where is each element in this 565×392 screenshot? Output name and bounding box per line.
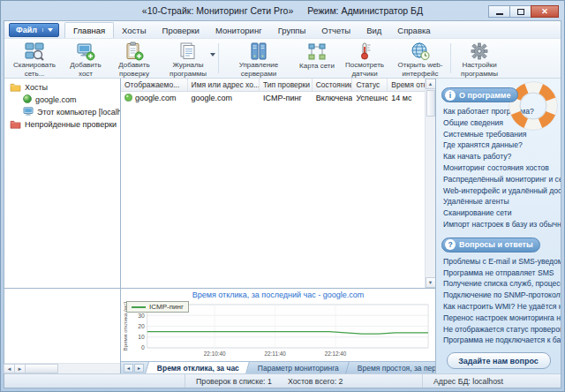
help-link[interactable]: Сканирование сети: [436, 207, 561, 219]
table-row[interactable]: google.com google.com ICMP-пинг Включена…: [121, 92, 425, 104]
tab-monitoring-parameter[interactable]: Параметр мониторинга: [245, 362, 351, 373]
faq-link[interactable]: Не отображается статус проверок у в...: [436, 324, 561, 335]
about-title: О программе: [459, 91, 511, 100]
chart-tabstrip: ◄ ► Время отклика, за час Параметр монит…: [121, 361, 435, 373]
tab-vid[interactable]: Вид: [358, 22, 389, 38]
scroll-down-icon[interactable]: ▼: [426, 277, 436, 288]
svg-text:30: 30: [138, 313, 145, 319]
column-host-address[interactable]: Имя или адрес хо...: [188, 79, 260, 91]
svg-text:0: 0: [141, 344, 145, 351]
help-link[interactable]: Импорт настроек в базу из обычной ...: [436, 219, 561, 230]
tab-otchety[interactable]: Отчеты: [313, 22, 358, 38]
add-check-button[interactable]: Добавить проверку: [109, 40, 160, 77]
faq-link[interactable]: Программа не подключается к базе ...: [436, 335, 561, 346]
db-address: Адрес БД: localhost: [423, 377, 561, 386]
tab-response-time[interactable]: Время отклика, за час: [145, 362, 252, 373]
scan-network-button[interactable]: Сканировать сеть...: [6, 40, 63, 77]
network-map-icon: [307, 41, 327, 62]
tab-hosty[interactable]: Хосты: [114, 22, 154, 38]
tab-glavnaya[interactable]: Главная: [64, 22, 114, 38]
tree-item-failed-checks[interactable]: Непройденные проверки: [4, 118, 120, 131]
minimize-button[interactable]: [488, 5, 510, 18]
faq-title: Вопросы и ответы: [459, 240, 533, 249]
tab-proverki[interactable]: Проверки: [154, 22, 207, 38]
chart-title: Время отклика, за последний час - google…: [121, 289, 435, 300]
tree-item-localhost[interactable]: Этот компьютер [localhost]: [4, 106, 120, 118]
legend-line: [132, 306, 146, 308]
settings-gear-icon: [470, 41, 489, 61]
window-controls: ✕: [489, 5, 559, 18]
faq-link[interactable]: Подключение по SNMP-протоколу: [436, 290, 561, 301]
host-sphere-icon: [124, 94, 132, 103]
column-response-time[interactable]: Время откл...: [388, 79, 425, 91]
file-menu-button[interactable]: Файл: [9, 23, 59, 37]
vertical-scrollbar[interactable]: ▲ ▼: [425, 79, 435, 288]
scroll-up-icon[interactable]: ▲: [426, 79, 436, 89]
logs-icon: [178, 41, 198, 61]
view-sensors-button[interactable]: Посмотреть датчики: [337, 40, 392, 77]
statusbar-section: [4, 374, 185, 388]
faq-link[interactable]: Программа не отправляет SMS: [436, 268, 561, 279]
chevron-down-icon: [48, 28, 53, 32]
toolbar-label: Добавить хост: [63, 61, 109, 78]
scrollbar-thumb[interactable]: [426, 90, 435, 117]
program-settings-button[interactable]: Настройки программы: [453, 40, 506, 77]
close-icon: ✕: [541, 7, 548, 16]
column-status[interactable]: Статус: [352, 79, 388, 91]
close-button[interactable]: ✕: [531, 5, 559, 18]
open-web-interface-button[interactable]: Открыть web-интерфейс: [392, 40, 448, 77]
program-logs-button[interactable]: Журналы программы: [160, 40, 216, 77]
faq-link[interactable]: Получение списка служб, процессо...: [436, 278, 561, 290]
left-panel: Хосты google.com Этот компьютер [localho…: [4, 79, 121, 373]
window-content: Файл Главная Хосты Проверки Мониторинг Г…: [4, 20, 561, 388]
column-state[interactable]: Состояние: [313, 79, 353, 91]
tree-item-label: Хосты: [25, 83, 48, 92]
folder-icon: [10, 82, 21, 94]
response-time-chart: Время отклика, за последний час - google…: [121, 289, 435, 361]
network-map-button[interactable]: Карта сети: [297, 40, 337, 77]
info-icon: i: [445, 90, 456, 101]
ask-question-button[interactable]: Задайте нам вопрос: [447, 352, 551, 369]
svg-text:20: 20: [138, 323, 145, 329]
checks-count: Проверок в списке: 1: [196, 377, 272, 386]
tabs-scroll-left-icon[interactable]: ◄: [124, 364, 133, 373]
tree-item-google[interactable]: google.com: [4, 94, 120, 106]
help-link[interactable]: Как начать работу?: [436, 151, 561, 162]
tabs-scroll-right-icon[interactable]: ►: [134, 364, 144, 373]
file-menu-dropdown[interactable]: [42, 28, 55, 32]
manage-servers-button[interactable]: Управление серверами мониторинга: [221, 40, 297, 77]
column-check-type[interactable]: Тип проверки: [260, 79, 313, 91]
help-link[interactable]: Распределённый мониторинг и серв...: [436, 174, 561, 185]
faq-link[interactable]: Перенос настроек мониторинга на д...: [436, 313, 561, 324]
logs-dropdown-icon[interactable]: [210, 53, 215, 57]
monitoring-servers-icon: [249, 41, 268, 61]
add-host-button[interactable]: Добавить хост: [63, 40, 109, 77]
add-host-icon: [76, 41, 95, 61]
title-bar[interactable]: «10-Страйк: Мониторинг Сети Pro» Режим: …: [1, 1, 564, 20]
horizontal-scrollbar[interactable]: ◄ ►: [4, 363, 120, 373]
tree-item-hosts[interactable]: Хосты: [4, 81, 120, 94]
toolbar-separator: [450, 43, 451, 73]
host-sphere-icon: [23, 94, 32, 105]
column-display-name[interactable]: Отображаемо...: [121, 79, 188, 91]
help-link[interactable]: Удалённые агенты: [436, 196, 561, 207]
window-title: «10-Страйк: Мониторинг Сети Pro»: [142, 5, 293, 16]
hosts-count: Хостов всего: 2: [288, 377, 343, 386]
tab-gruppy[interactable]: Группы: [270, 22, 314, 38]
svg-text:10: 10: [138, 334, 145, 340]
tab-downtime[interactable]: Время простоя, за период: [345, 362, 435, 373]
toolbar-label: Посмотреть датчики: [337, 61, 392, 78]
tab-monitoring[interactable]: Мониторинг: [207, 22, 270, 38]
help-link[interactable]: Мониторинг состояния хостов: [436, 162, 561, 174]
faq-link[interactable]: Проблемы с E-mail и SMS-уведомле...: [436, 256, 561, 268]
maximize-button[interactable]: [509, 5, 531, 18]
help-link[interactable]: Web-интерфейс и удалённый доступ: [436, 185, 561, 197]
help-link[interactable]: Где хранятся данные?: [436, 139, 561, 151]
scrollbar-thumb[interactable]: [25, 364, 58, 373]
tab-spravka[interactable]: Справка: [389, 22, 438, 38]
center-panel: Отображаемо... Имя или адрес хо... Тип п…: [121, 79, 435, 373]
scan-network-icon: [25, 41, 44, 61]
hosts-tree: Хосты google.com Этот компьютер [localho…: [4, 79, 120, 289]
faq-link[interactable]: Как настроить WMI? Не удаётся на...: [436, 301, 561, 313]
legend-label: ICMP-пинг: [149, 303, 184, 311]
